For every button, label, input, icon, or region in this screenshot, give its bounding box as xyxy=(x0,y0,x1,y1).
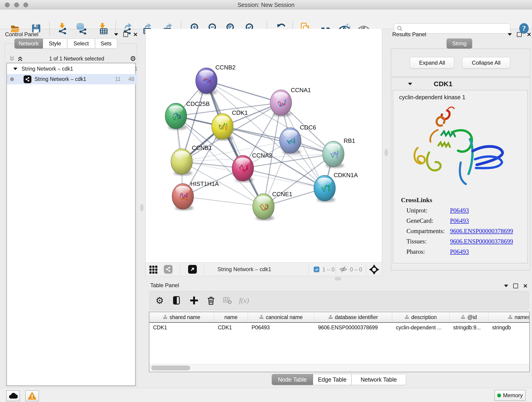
network-node-hist1h1a[interactable]: HIST1H1A xyxy=(172,180,219,211)
crosslink-label: Pharos: xyxy=(406,248,450,255)
tab-network[interactable]: Network xyxy=(14,38,43,49)
network-edge[interactable] xyxy=(222,127,333,154)
network-node-rb1[interactable]: RB1 xyxy=(323,137,355,168)
network-edge[interactable] xyxy=(206,81,281,103)
selected-checkbox[interactable] xyxy=(314,267,319,272)
collapse-all-icon[interactable] xyxy=(9,56,15,62)
network-edges[interactable] xyxy=(176,81,333,206)
results-panel-float-icon[interactable] xyxy=(508,33,512,36)
node-gloss xyxy=(326,143,341,151)
network-row-selected[interactable]: String Network – cdk1 11 48 xyxy=(7,74,138,84)
column-header-namespace[interactable]: namespace xyxy=(488,312,530,322)
table-cell[interactable]: P06493 xyxy=(248,323,314,332)
column-header-label: shared name xyxy=(170,314,200,320)
table-panel-close-icon[interactable]: ✕ xyxy=(523,284,528,288)
table-cell[interactable]: CDK1 xyxy=(214,323,248,332)
network-view-toolbar: String Network – cdk1 1 – 0 0 – 0 xyxy=(145,262,382,276)
protein-result-box: CDK1 cyclin-dependent kinase 1 xyxy=(391,77,530,270)
network-label: String Network – cdk1 xyxy=(35,76,86,82)
bottom-splitter-handle[interactable] xyxy=(335,277,341,280)
crosslink-link[interactable]: 9606.ENSP00000378699 xyxy=(450,228,513,235)
control-panel-float-icon[interactable] xyxy=(114,33,118,36)
column-header-canonical-name[interactable]: canonical name xyxy=(248,312,314,322)
table-cell[interactable]: stringdb xyxy=(488,323,530,332)
columns-icon xyxy=(172,296,181,305)
crosslink-link[interactable]: P06493 xyxy=(450,207,469,214)
network-canvas[interactable]: CCNB2CCNA1CDC25BCDK1CDC6RB1CCNB1CCNA2CDK… xyxy=(145,29,382,262)
fit-selected-button[interactable] xyxy=(369,264,379,275)
table-cell[interactable]: stringdb:9... xyxy=(450,323,488,332)
control-panel-close-icon[interactable]: ✕ xyxy=(133,32,138,36)
tab-network-table[interactable]: Network Table xyxy=(351,374,406,385)
memory-button[interactable]: Memory xyxy=(494,390,526,401)
network-node-cdc6[interactable]: CDC6 xyxy=(279,124,316,154)
node-label: CDC25B xyxy=(186,100,210,107)
delete-table-button[interactable] xyxy=(221,294,234,307)
table-panel-maximize-icon[interactable] xyxy=(513,283,518,288)
network-node-cdk1[interactable]: CDK1 xyxy=(212,109,248,140)
table-panel-float-icon[interactable] xyxy=(504,285,508,287)
tab-style[interactable]: Style xyxy=(43,38,67,49)
column-header-name[interactable]: name xyxy=(214,312,248,322)
titlebar: Session: New Session xyxy=(0,0,532,9)
network-list: String Network – cdk1 1 String Network –… xyxy=(6,63,136,386)
tab-edge-table[interactable]: Edge Table xyxy=(313,374,351,385)
expand-all-button[interactable]: Expand All xyxy=(410,57,454,69)
results-panel-close-icon[interactable]: ✕ xyxy=(527,32,531,36)
show-columns-button[interactable] xyxy=(170,294,183,307)
column-header-database-identifier[interactable]: database identifier xyxy=(314,312,392,322)
network-view-share-button[interactable] xyxy=(164,265,172,274)
table-cell[interactable]: 9606.ENSP00000378699 xyxy=(314,323,392,332)
table-settings-button[interactable]: ⚙ xyxy=(153,294,166,307)
network-node-ccne1[interactable]: CCNE1 xyxy=(253,191,292,220)
column-header-label: description xyxy=(411,314,437,320)
network-node-cdkn1a[interactable]: CDKN1A xyxy=(314,172,358,202)
tab-select[interactable]: Select xyxy=(67,38,95,49)
network-node-ccnb1[interactable]: CCNB1 xyxy=(171,144,212,176)
column-header-shared-name[interactable]: shared name xyxy=(149,312,214,322)
cloud-button[interactable] xyxy=(6,390,20,401)
tab-string[interactable]: String xyxy=(447,38,472,49)
network-node-ccnb2[interactable]: CCNB2 xyxy=(196,64,235,95)
control-panel-maximize-icon[interactable] xyxy=(123,32,128,37)
network-edge[interactable] xyxy=(206,81,264,206)
node-gloss xyxy=(283,130,298,138)
protein-header[interactable]: CDK1 xyxy=(391,78,530,90)
crosslink-link[interactable]: P06493 xyxy=(450,217,469,224)
create-column-button[interactable] xyxy=(188,294,201,307)
node-label: CCNB2 xyxy=(215,64,235,71)
hscrollbar-thumb[interactable] xyxy=(151,366,190,370)
open-in-new-window-button[interactable] xyxy=(188,265,197,274)
network-node-ccna2[interactable]: CCNA2 xyxy=(232,152,272,182)
network-graph[interactable]: CCNB2CCNA1CDC25BCDK1CDC6RB1CCNB1CCNA2CDK… xyxy=(146,29,382,262)
crosslink-link[interactable]: 9606.ENSP00000378699 xyxy=(450,238,513,245)
right-splitter-handle[interactable] xyxy=(385,149,388,156)
fx-icon: f(x) xyxy=(239,296,249,305)
expand-all-icon[interactable] xyxy=(17,56,23,62)
left-splitter-handle[interactable] xyxy=(140,204,143,211)
table-row[interactable]: CDK1CDK1P064939606.ENSP00000378699cyclin… xyxy=(149,323,530,332)
protein-expand-icon[interactable] xyxy=(408,83,412,85)
table-cell[interactable]: CDK1 xyxy=(149,323,214,332)
column-type-icon xyxy=(163,314,167,320)
function-builder-button[interactable]: f(x) xyxy=(238,294,250,307)
birds-eye-view-button[interactable] xyxy=(149,265,158,275)
network-options-gear-icon[interactable]: ⚙ xyxy=(130,55,136,63)
network-collection-row[interactable]: String Network – cdk1 1 xyxy=(7,64,141,74)
table-cell[interactable]: cyclin-dependent ... xyxy=(392,323,450,332)
network-edge[interactable] xyxy=(183,196,264,206)
column-header-label: name xyxy=(224,314,238,320)
delete-column-button[interactable] xyxy=(205,294,217,307)
crosslink-link[interactable]: P06493 xyxy=(450,248,469,255)
results-panel-maximize-icon[interactable] xyxy=(517,32,522,37)
tab-node-table[interactable]: Node Table xyxy=(272,374,313,385)
collapse-all-button[interactable]: Collapse All xyxy=(462,57,510,69)
warnings-button[interactable] xyxy=(25,390,39,401)
column-type-icon xyxy=(508,314,512,320)
column-header-description[interactable]: description xyxy=(392,312,450,322)
table-hscrollbar[interactable] xyxy=(149,364,529,372)
tab-sets[interactable]: Sets xyxy=(95,38,117,49)
collection-expand-icon[interactable] xyxy=(13,68,17,70)
network-nodes[interactable]: CCNB2CCNA1CDC25BCDK1CDC6RB1CCNB1CCNA2CDK… xyxy=(165,64,358,220)
column-header--id[interactable]: @id xyxy=(450,312,488,322)
